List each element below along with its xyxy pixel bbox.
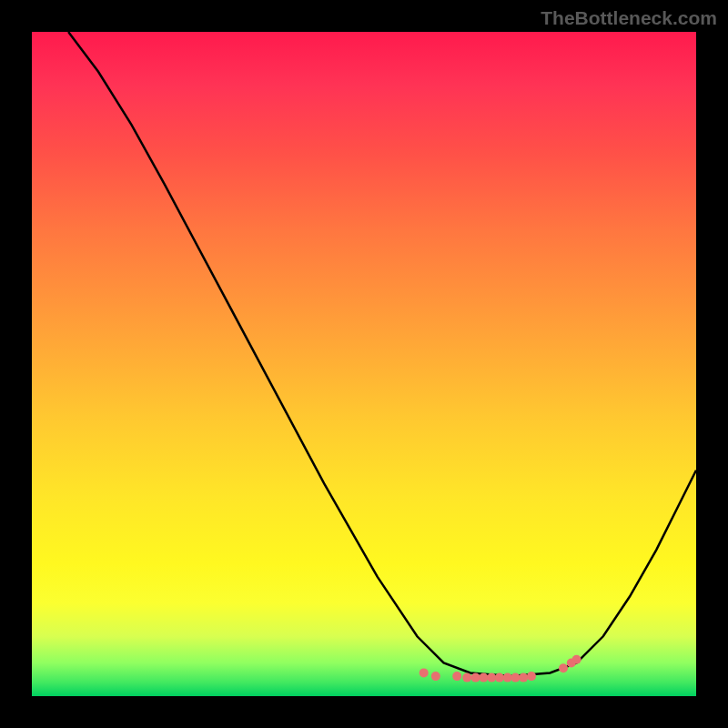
marker-dot [495,673,504,682]
marker-dot [487,673,496,682]
marker-dot [527,672,536,681]
chart-svg [32,32,696,696]
marker-dot [420,668,429,677]
bottleneck-curve [68,32,696,676]
marker-dot [559,663,568,672]
watermark-text: TheBottleneck.com [541,7,717,29]
marker-dot [431,672,440,681]
marker-dot [479,673,488,682]
chart-plot-area [32,32,696,696]
marker-dot [519,673,528,682]
marker-dot [462,673,471,682]
marker-dot [452,672,461,681]
marker-dot [572,655,581,664]
marker-dots-group [420,655,581,682]
marker-dot [511,673,520,682]
marker-dot [471,673,480,682]
marker-dot [503,673,512,682]
